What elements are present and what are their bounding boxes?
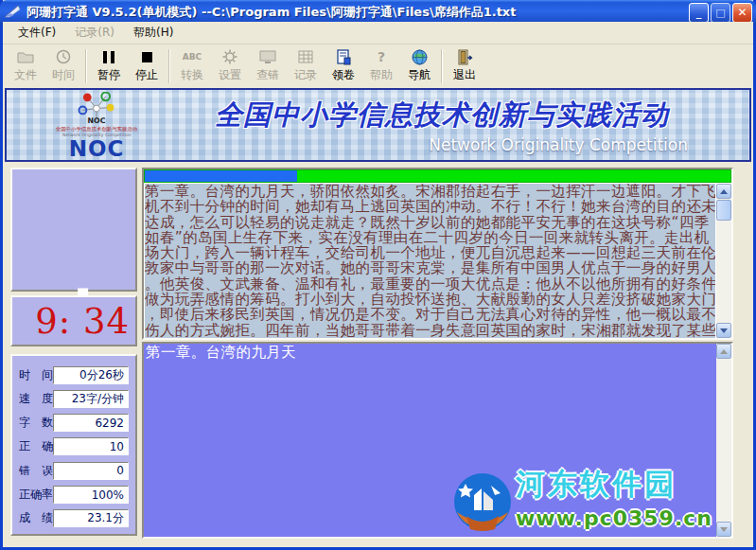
article-text: 第一章。台湾的九月天，骄阳依然如炙。宋湘郡抬起右手，一边挥汗一边遮阳。才下飞 机… xyxy=(145,184,715,338)
paper-icon xyxy=(336,48,351,65)
article-line: 第一章。台湾的九月天，骄阳依然如炙。宋湘郡抬起右手，一边挥汗一边遮阳。才下飞 xyxy=(145,184,715,199)
article-line: 达成，怎么可以轻易的说走就走？既然十岁以前的她都能平安无事的在这块号称“四季 xyxy=(145,215,715,230)
banner-text-block: 全国中小学信息技术创新与实践活动 Network Originality Com… xyxy=(186,90,749,160)
stat-value-correct: 10 xyxy=(53,437,129,455)
monitor-icon xyxy=(259,48,276,65)
stat-row-accuracy: 正确率 100% xyxy=(19,486,129,505)
article-line: 伤人的方式婉拒。四年前，当她哥哥带着一身失意回英国的家时，宋湘郡就发现了某些 xyxy=(145,323,715,338)
gear-icon xyxy=(222,48,237,65)
toolbar-settings-button: 设置 xyxy=(211,46,249,86)
watermark-site-url: www.pc0359.cn xyxy=(516,506,712,530)
toolbar-convert-button: ABC 转换 xyxy=(173,46,211,86)
scroll-up-icon[interactable] xyxy=(716,184,731,199)
toolbar-time-button: 时间 xyxy=(44,46,82,86)
noc-molecule-icon: NOC xyxy=(75,92,118,125)
progress-fill xyxy=(145,170,297,182)
menu-record: 记录(R) xyxy=(65,22,124,44)
stat-row-time: 时 间 0分26秒 xyxy=(19,365,129,384)
stat-row-speed: 速 度 23字/分钟 xyxy=(19,389,129,408)
timer-value: 9: 34 xyxy=(35,301,130,342)
stat-value-speed: 23字/分钟 xyxy=(53,390,129,408)
menu-help[interactable]: 帮助(H) xyxy=(124,22,183,44)
toolbar-file-button: 文件 xyxy=(7,46,44,86)
minimize-button[interactable]: _ xyxy=(689,3,709,23)
stat-row-correct: 正 确 10 xyxy=(19,437,129,456)
current-char-panel: ， xyxy=(10,168,137,292)
toolbar-separator xyxy=(441,49,443,83)
article-line: 如春”的岛国上生存下来，实在没有理由在二十四岁的今日一回来就转头离开。走出机 xyxy=(145,230,715,245)
file-icon xyxy=(17,48,34,65)
stat-value-time: 0分26秒 xyxy=(53,366,129,384)
watermark-logo-icon xyxy=(453,472,512,531)
stat-value-score: 23.1分 xyxy=(53,509,129,527)
progress-bar xyxy=(144,169,731,183)
noc-small-line2: Network Originality Competition xyxy=(62,132,131,136)
typing-input-panel[interactable]: 第一章。台湾的九月天 河东软件园 www.pc0359.cn xyxy=(142,342,733,539)
stat-row-chars: 字 数 6292 xyxy=(19,414,129,433)
typed-text[interactable]: 第一章。台湾的九月天 xyxy=(146,345,714,361)
stat-value-accuracy: 100% xyxy=(53,486,129,504)
abc-icon: ABC xyxy=(183,48,202,65)
toolbar-exit-button[interactable]: 退出 xyxy=(446,46,483,86)
app-icon xyxy=(4,4,23,21)
scroll-down-icon[interactable] xyxy=(716,323,731,338)
toolbar-help-button: ? 帮助 xyxy=(362,46,400,86)
maximize-button[interactable]: □ xyxy=(711,3,730,23)
pause-icon xyxy=(103,48,114,65)
window-title: 阿珊打字通 V9.5.2(单机模式) --C:\Program Files\阿珊… xyxy=(26,4,689,21)
clock-icon xyxy=(56,48,71,65)
globe-icon xyxy=(412,48,428,65)
input-scrollbar[interactable] xyxy=(716,344,731,537)
svg-text:NOC: NOC xyxy=(88,116,106,125)
toolbar-nav-button[interactable]: 导航 xyxy=(400,46,438,86)
question-icon: ? xyxy=(378,48,385,65)
stats-panel: 时 间 0分26秒 速 度 23字/分钟 字 数 6292 正 确 10 错 误… xyxy=(10,354,137,536)
article-line: ，即使后来移民到英国，情况仍是不变。对于自己无法真心对待的异性，他一概以最不 xyxy=(145,307,715,322)
article-line: 机不到十分钟的时间，她却有马上逃回英国的冲动。不行！不行！她来台湾的目的还未 xyxy=(145,199,715,214)
close-button[interactable]: ✕ xyxy=(732,3,752,23)
article-line: 敦家中与哥哥的那一次对话。她的哥哥宋克棠，是集所有中国男人优点于一身的好男人 xyxy=(145,260,715,275)
banner-title: 全国中小学信息技术创新与实践活动 xyxy=(186,97,697,134)
stop-icon xyxy=(142,48,152,65)
article-line: 。他英俊、文武兼备、温和有礼，最重要的一项大优点是：他从不以他所拥有的好条件 xyxy=(145,276,715,292)
article-panel: 第一章。台湾的九月天，骄阳依然如炙。宋湘郡抬起右手，一边挥汗一边遮阳。才下飞 机… xyxy=(142,168,733,340)
article-line: 做为玩弄感情的筹码。打小到大，自动投怀送抱、大献殷勤的女人只差没挤破她家大门 xyxy=(145,292,715,307)
exit-door-icon xyxy=(457,48,473,65)
noc-logo-block: NOC 全国中小学信息技术创新与实践活动 Network Originality… xyxy=(7,90,186,160)
banner-subtitle: Network Originality Competition xyxy=(186,135,697,154)
watermark: 河东软件园 www.pc0359.cn xyxy=(453,465,712,531)
toolbar: 文件 时间 暂停 停止 ABC 转换 设置 xyxy=(3,44,753,87)
noc-small-line1: 全国中小学信息技术创新与实践活动 xyxy=(56,125,137,131)
timer-panel: 9: 34 xyxy=(10,295,137,346)
toolbar-separator xyxy=(85,49,87,83)
stat-row-score: 成 绩 23.1分 xyxy=(19,509,129,528)
app-window: 阿珊打字通 V9.5.2(单机模式) --C:\Program Files\阿珊… xyxy=(0,0,756,550)
watermark-site-name: 河东软件园 xyxy=(516,465,712,505)
toolbar-stop-button[interactable]: 停止 xyxy=(128,46,166,86)
toolbar-record-button: 记录 xyxy=(287,46,325,86)
menubar: 文件(F) 记录(R) 帮助(H) xyxy=(3,22,753,44)
table-icon xyxy=(298,48,313,65)
menu-file[interactable]: 文件(F) xyxy=(9,22,65,44)
stat-value-errors: 0 xyxy=(53,462,129,480)
scrollbar-thumb[interactable] xyxy=(716,200,731,221)
stat-value-chars: 6292 xyxy=(53,414,129,432)
toolbar-separator xyxy=(168,49,170,83)
scroll-down-icon[interactable] xyxy=(716,522,731,537)
toolbar-paper-button[interactable]: 领卷 xyxy=(325,46,362,86)
scroll-up-icon[interactable] xyxy=(716,344,731,359)
noc-logo-text: NOC xyxy=(69,137,125,160)
noc-banner: NOC 全国中小学信息技术创新与实践活动 Network Originality… xyxy=(5,88,751,162)
article-line: 场大门，跨入一辆计程车，交给司机一个地址，便兀自沉思起来——回想起三天前在伦 xyxy=(145,245,715,260)
toolbar-pause-button[interactable]: 暂停 xyxy=(90,46,128,86)
toolbar-check-button: 查错 xyxy=(249,46,287,86)
stat-row-errors: 错 误 0 xyxy=(19,461,129,480)
article-scrollbar[interactable] xyxy=(716,184,731,338)
